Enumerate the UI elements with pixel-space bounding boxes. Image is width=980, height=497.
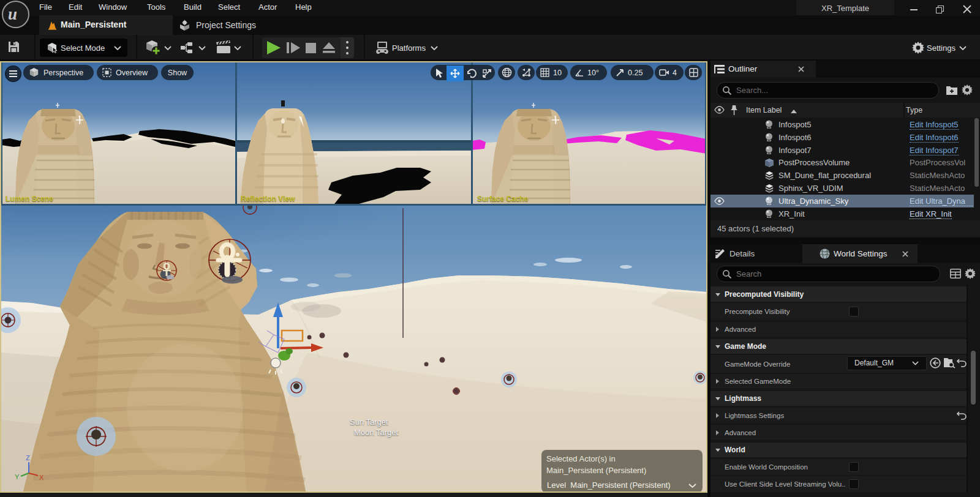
svg-text:Z: Z [26,454,30,461]
svg-text:Y: Y [15,473,20,480]
svg-text:X: X [39,474,44,481]
